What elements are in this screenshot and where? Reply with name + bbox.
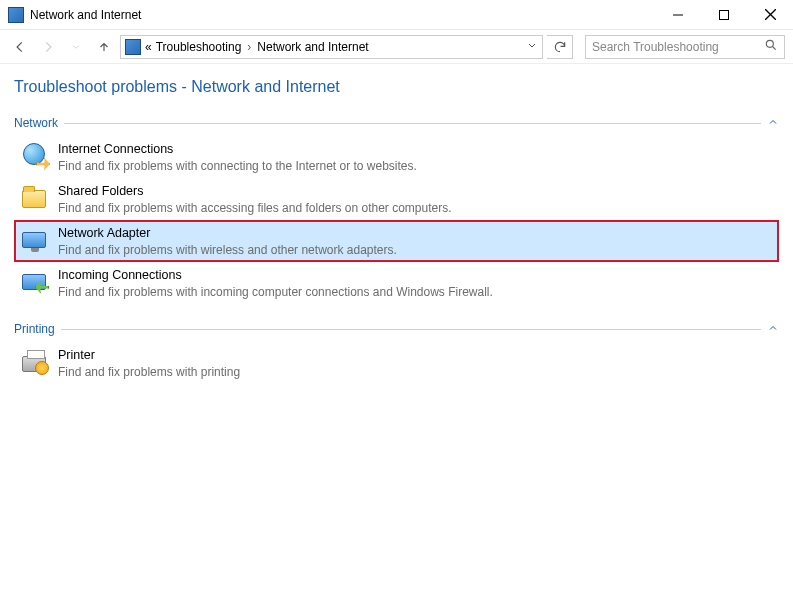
maximize-button[interactable] <box>701 0 747 30</box>
item-desc: Find and fix problems with wireless and … <box>58 242 397 258</box>
section-header-network: Network <box>14 116 779 130</box>
item-title: Network Adapter <box>58 225 397 242</box>
item-desc: Find and fix problems with incoming comp… <box>58 284 493 300</box>
printing-items: Printer Find and fix problems with print… <box>14 342 779 384</box>
forward-button[interactable] <box>36 35 60 59</box>
minimize-button[interactable] <box>655 0 701 30</box>
chevron-right-icon: › <box>247 40 251 54</box>
item-title: Internet Connections <box>58 141 417 158</box>
breadcrumb-prefix: « <box>145 40 152 54</box>
section-label: Printing <box>14 322 55 336</box>
item-title: Shared Folders <box>58 183 452 200</box>
breadcrumb-item[interactable]: Network and Internet <box>257 40 368 54</box>
item-internet-connections[interactable]: Internet Connections Find and fix proble… <box>14 136 779 178</box>
item-desc: Find and fix problems with accessing fil… <box>58 200 452 216</box>
close-button[interactable] <box>747 0 793 30</box>
address-icon <box>125 39 141 55</box>
globe-icon <box>20 140 48 168</box>
section-header-printing: Printing <box>14 322 779 336</box>
recent-dropdown[interactable] <box>64 35 88 59</box>
back-button[interactable] <box>8 35 32 59</box>
item-text: Printer Find and fix problems with print… <box>58 346 240 380</box>
item-text: Shared Folders Find and fix problems wit… <box>58 182 452 216</box>
item-text: Incoming Connections Find and fix proble… <box>58 266 493 300</box>
item-title: Incoming Connections <box>58 267 493 284</box>
address-bar[interactable]: « Troubleshooting › Network and Internet <box>120 35 543 59</box>
divider <box>64 123 761 124</box>
item-shared-folders[interactable]: Shared Folders Find and fix problems wit… <box>14 178 779 220</box>
content-area: Troubleshoot problems - Network and Inte… <box>0 64 793 416</box>
toolbar: « Troubleshooting › Network and Internet <box>0 30 793 64</box>
search-box[interactable] <box>585 35 785 59</box>
item-title: Printer <box>58 347 240 364</box>
refresh-button[interactable] <box>547 35 573 59</box>
item-desc: Find and fix problems with connecting to… <box>58 158 417 174</box>
item-printer[interactable]: Printer Find and fix problems with print… <box>14 342 779 384</box>
item-incoming-connections[interactable]: Incoming Connections Find and fix proble… <box>14 262 779 304</box>
folder-icon <box>20 182 48 210</box>
window-title: Network and Internet <box>30 8 655 22</box>
divider <box>61 329 761 330</box>
collapse-icon[interactable] <box>767 116 779 130</box>
network-items: Internet Connections Find and fix proble… <box>14 136 779 304</box>
collapse-icon[interactable] <box>767 322 779 336</box>
monitor-icon <box>20 224 48 252</box>
item-network-adapter[interactable]: Network Adapter Find and fix problems wi… <box>14 220 779 262</box>
window-controls <box>655 0 793 30</box>
titlebar: Network and Internet <box>0 0 793 30</box>
breadcrumb-item[interactable]: Troubleshooting <box>156 40 242 54</box>
section-label: Network <box>14 116 58 130</box>
incoming-icon <box>20 266 48 294</box>
svg-point-4 <box>766 40 773 47</box>
svg-line-5 <box>773 47 776 50</box>
address-dropdown-icon[interactable] <box>526 39 538 54</box>
svg-rect-1 <box>720 10 729 19</box>
app-icon <box>8 7 24 23</box>
item-desc: Find and fix problems with printing <box>58 364 240 380</box>
page-title: Troubleshoot problems - Network and Inte… <box>14 78 779 96</box>
up-button[interactable] <box>92 35 116 59</box>
search-input[interactable] <box>592 40 752 54</box>
item-text: Internet Connections Find and fix proble… <box>58 140 417 174</box>
item-text: Network Adapter Find and fix problems wi… <box>58 224 397 258</box>
search-icon[interactable] <box>764 38 778 55</box>
printer-icon <box>20 346 48 374</box>
